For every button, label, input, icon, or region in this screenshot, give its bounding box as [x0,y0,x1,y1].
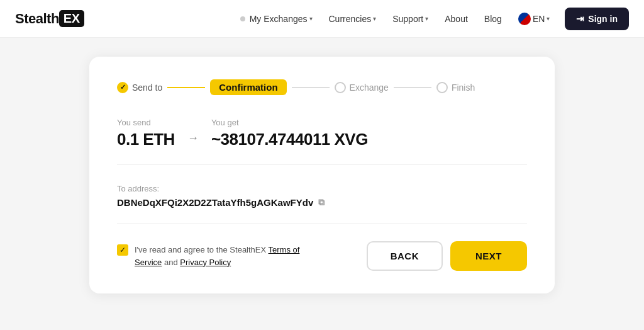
step-exchange-dot [335,82,346,93]
address-value-row: DBNeDqXFQi2X2D2ZTataYfh5gAGKawFYdv ⧉ [117,197,527,208]
get-block: You get ~38107.4744011 XVG [211,118,368,149]
nav-language[interactable]: EN ▾ [512,9,556,29]
get-label: You get [211,118,368,127]
step-send-to: ✓ Send to [117,82,162,93]
exchanges-dot-icon [240,16,245,21]
checkmark-icon: ✓ [120,83,126,91]
logo-stealth-text: Stealth [15,11,59,27]
nav-blog[interactable]: Blog [478,10,508,28]
step-confirmation: Confirmation [210,79,286,95]
step-exchange-label: Exchange [350,82,389,93]
back-button[interactable]: BACK [367,241,443,271]
nav-support-label: Support [392,14,423,24]
signin-icon: ⇥ [576,13,584,25]
nav-language-label: EN [533,14,545,24]
arrow-right-icon: → [187,132,199,145]
copy-address-icon[interactable]: ⧉ [318,197,325,208]
page-content: ✓ Send to Confirmation Exchange Finish [0,38,644,312]
exchange-summary: You send 0.1 ETH → You get ~38107.474401… [117,118,527,165]
nav-links: My Exchanges ▾ Currencies ▾ Support ▾ Ab… [234,8,629,30]
next-button[interactable]: NEXT [450,241,527,271]
nav-blog-label: Blog [484,14,502,24]
step-finish-label: Finish [452,82,475,93]
terms-prefix: I've read and agree to the StealthEX [135,245,269,254]
nav-about-label: About [445,14,468,24]
step-send-to-label: Send to [132,82,162,93]
checkbox-check-icon: ✓ [119,246,126,254]
send-label: You send [117,118,175,127]
flag-icon [518,13,531,25]
connector-3 [394,87,431,88]
privacy-policy-link[interactable]: Privacy Policy [180,258,231,267]
nav-currencies-label: Currencies [329,14,372,24]
nav-my-exchanges[interactable]: My Exchanges ▾ [234,10,319,28]
progress-stepper: ✓ Send to Confirmation Exchange Finish [117,79,527,95]
language-chevron-icon: ▾ [547,15,550,22]
terms-and: and [162,258,180,267]
actions-row: ✓ I've read and agree to the StealthEX T… [117,241,527,271]
logo-ex-text: EX [59,10,84,27]
nav-currencies[interactable]: Currencies ▾ [323,10,383,28]
send-block: You send 0.1 ETH [117,118,175,149]
terms-checkbox[interactable]: ✓ [117,244,128,256]
sign-in-button[interactable]: ⇥ Sign in [565,8,629,30]
step-finish: Finish [436,82,475,93]
get-value: ~38107.4744011 XVG [211,130,368,149]
connector-1 [167,87,205,88]
sign-in-label: Sign in [588,14,618,24]
nav-my-exchanges-label: My Exchanges [250,14,308,24]
nav-about[interactable]: About [438,10,474,28]
support-chevron-icon: ▾ [425,15,428,22]
address-label: To address: [117,184,527,193]
step-send-to-dot: ✓ [117,82,128,93]
step-confirmation-label: Confirmation [210,79,286,95]
send-value: 0.1 ETH [117,130,175,149]
step-finish-dot [436,82,448,93]
nav-support[interactable]: Support ▾ [386,10,435,28]
confirmation-card: ✓ Send to Confirmation Exchange Finish [89,57,555,293]
terms-block: ✓ I've read and agree to the StealthEX T… [117,244,318,268]
button-group: BACK NEXT [367,241,527,271]
my-exchanges-chevron-icon: ▾ [309,15,313,22]
site-logo[interactable]: StealthEX [15,10,84,27]
address-text: DBNeDqXFQi2X2D2ZTataYfh5gAGKawFYdv [117,197,313,208]
step-exchange: Exchange [335,82,389,93]
terms-text: I've read and agree to the StealthEX Ter… [135,244,318,268]
currencies-chevron-icon: ▾ [373,15,376,22]
navbar: StealthEX My Exchanges ▾ Currencies ▾ Su… [0,0,644,38]
address-section: To address: DBNeDqXFQi2X2D2ZTataYfh5gAGK… [117,184,527,224]
connector-2 [292,87,330,88]
